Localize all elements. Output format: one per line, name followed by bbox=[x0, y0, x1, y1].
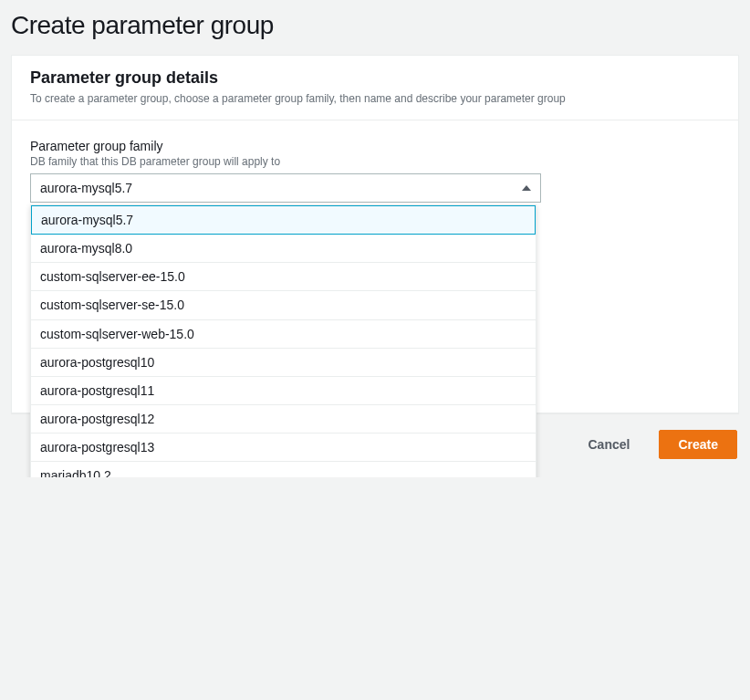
panel-subtitle: To create a parameter group, choose a pa… bbox=[30, 91, 720, 107]
family-select-wrapper: aurora-mysql5.7 aurora-mysql5.7aurora-my… bbox=[30, 173, 541, 203]
caret-up-icon bbox=[522, 185, 531, 191]
create-button[interactable]: Create bbox=[659, 430, 737, 459]
family-option[interactable]: aurora-postgresql11 bbox=[31, 377, 536, 405]
family-field-label: Parameter group family bbox=[30, 139, 720, 153]
parameter-group-panel: Parameter group details To create a para… bbox=[11, 55, 739, 413]
family-field-hint: DB family that this DB parameter group w… bbox=[30, 155, 720, 168]
cancel-button[interactable]: Cancel bbox=[569, 430, 648, 459]
family-option[interactable]: aurora-postgresql12 bbox=[31, 405, 536, 434]
family-option[interactable]: aurora-postgresql13 bbox=[31, 434, 536, 462]
family-option[interactable]: custom-sqlserver-se-15.0 bbox=[31, 291, 536, 319]
panel-body: Parameter group family DB family that th… bbox=[12, 120, 738, 413]
family-option[interactable]: aurora-postgresql10 bbox=[31, 349, 536, 377]
family-select-value: aurora-mysql5.7 bbox=[40, 181, 132, 195]
panel-title: Parameter group details bbox=[30, 68, 720, 88]
family-option[interactable]: mariadb10.2 bbox=[31, 462, 536, 476]
family-option[interactable]: custom-sqlserver-web-15.0 bbox=[31, 320, 536, 349]
family-dropdown: aurora-mysql5.7aurora-mysql8.0custom-sql… bbox=[30, 204, 536, 477]
family-select[interactable]: aurora-mysql5.7 bbox=[30, 173, 541, 203]
family-option[interactable]: aurora-mysql8.0 bbox=[31, 235, 536, 263]
page-title: Create parameter group bbox=[11, 11, 739, 40]
family-option[interactable]: aurora-mysql5.7 bbox=[31, 205, 536, 235]
family-option[interactable]: custom-sqlserver-ee-15.0 bbox=[31, 263, 536, 291]
family-dropdown-list[interactable]: aurora-mysql5.7aurora-mysql8.0custom-sql… bbox=[31, 205, 536, 477]
panel-header: Parameter group details To create a para… bbox=[12, 56, 738, 120]
